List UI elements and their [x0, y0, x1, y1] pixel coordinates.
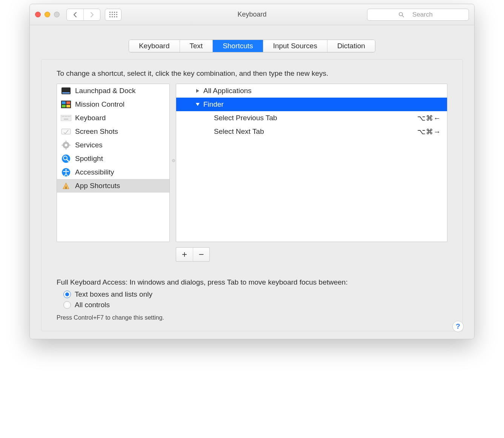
svg-rect-20 [66, 141, 66, 142]
svg-rect-12 [65, 116, 66, 117]
sidebar-item-label: Services [75, 141, 103, 149]
tree-item-select-previous-tab[interactable]: Select Previous Tab ⌥⌘← [176, 111, 447, 125]
svg-rect-3 [62, 92, 70, 93]
shortcuts-tree[interactable]: All Applications Finder Select Previous … [176, 84, 447, 242]
tab-keyboard[interactable]: Keyboard [129, 40, 179, 52]
svg-rect-16 [64, 119, 68, 119]
svg-rect-10 [62, 116, 63, 117]
zoom-window-button[interactable] [54, 12, 60, 17]
tree-label: Select Previous Tab [214, 114, 277, 122]
keyboard-icon [61, 113, 71, 123]
sidebar-item-spotlight[interactable]: Spotlight [57, 152, 169, 165]
sidebar-item-mission-control[interactable]: Mission Control [57, 98, 169, 111]
tab-label: Dictation [337, 42, 365, 50]
search-input[interactable] [407, 11, 438, 18]
radio-button[interactable] [63, 301, 71, 309]
svg-rect-11 [63, 116, 64, 117]
shortcut-key[interactable]: ⌥⌘← [417, 114, 441, 123]
sidebar-item-accessibility[interactable]: Accessibility [57, 165, 169, 179]
resize-handle[interactable] [172, 159, 175, 162]
tab-label: Keyboard [139, 42, 169, 50]
svg-rect-17 [61, 129, 71, 134]
category-sidebar[interactable]: Launchpad & Dock Mission Control Keyboar… [57, 84, 170, 242]
sidebar-item-label: Launchpad & Dock [75, 87, 136, 95]
spotlight-icon [61, 154, 71, 163]
shortcuts-panel: To change a shortcut, select it, click t… [41, 59, 463, 331]
svg-rect-23 [69, 145, 71, 145]
svg-line-1 [402, 15, 404, 17]
tab-label: Input Sources [273, 42, 317, 50]
svg-point-28 [65, 169, 67, 171]
sidebar-item-label: Screen Shots [75, 127, 118, 136]
sidebar-item-label: App Shortcuts [75, 182, 120, 190]
sidebar-item-screen-shots[interactable]: Screen Shots [57, 125, 169, 138]
radio-button[interactable] [63, 291, 71, 298]
content-area: Keyboard Text Shortcuts Input Sources Di… [30, 25, 474, 339]
radio-label: All controls [75, 301, 110, 309]
chevron-left-icon [73, 12, 77, 18]
svg-point-19 [65, 144, 68, 147]
sidebar-item-launchpad-dock[interactable]: Launchpad & Dock [57, 84, 169, 98]
mission-control-icon [61, 100, 71, 109]
gear-icon [61, 141, 71, 150]
close-window-button[interactable] [35, 12, 41, 17]
fka-title: Full Keyboard Access: In windows and dia… [57, 278, 447, 286]
app-shortcuts-icon [61, 181, 71, 190]
show-all-button[interactable] [105, 9, 121, 21]
sidebar-item-label: Accessibility [75, 168, 114, 176]
tab-input-sources[interactable]: Input Sources [263, 40, 327, 52]
full-keyboard-access-section: Full Keyboard Access: In windows and dia… [57, 278, 447, 321]
tab-label: Text [190, 42, 203, 50]
svg-rect-29 [66, 187, 66, 189]
disclosure-triangle-icon[interactable] [195, 102, 200, 107]
tree-item-finder[interactable]: Finder [176, 98, 447, 111]
svg-rect-14 [68, 116, 69, 117]
preferences-window: Keyboard Keyboard Text Shortcuts Input S… [29, 4, 475, 339]
tab-dictation[interactable]: Dictation [327, 40, 375, 52]
back-button[interactable] [67, 9, 83, 20]
help-button[interactable]: ? [452, 321, 464, 332]
tab-shortcuts[interactable]: Shortcuts [212, 40, 263, 52]
svg-rect-5 [62, 101, 66, 104]
radio-text-boxes-only[interactable]: Text boxes and lists only [63, 290, 447, 299]
nav-buttons [66, 9, 100, 21]
tree-label: All Applications [203, 87, 252, 95]
accessibility-icon [61, 168, 71, 177]
help-icon: ? [456, 322, 460, 331]
tab-label: Shortcuts [223, 42, 253, 50]
sidebar-item-keyboard[interactable]: Keyboard [57, 111, 169, 125]
shortcut-key[interactable]: ⌥⌘→ [417, 127, 441, 136]
svg-rect-6 [66, 101, 70, 104]
minus-icon: − [198, 249, 204, 260]
titlebar: Keyboard [30, 4, 474, 25]
radio-label: Text boxes and lists only [75, 290, 152, 299]
tree-label: Finder [203, 100, 224, 109]
window-controls [35, 12, 60, 17]
fka-hint: Press Control+F7 to change this setting. [57, 314, 447, 321]
radio-all-controls[interactable]: All controls [63, 301, 447, 309]
search-icon [398, 12, 404, 18]
tree-label: Select Next Tab [214, 127, 264, 136]
tab-text[interactable]: Text [180, 40, 213, 52]
sidebar-item-services[interactable]: Services [57, 138, 169, 152]
disclosure-triangle-icon[interactable] [195, 88, 200, 93]
add-button[interactable]: + [176, 248, 193, 261]
svg-rect-9 [61, 115, 71, 121]
forward-button[interactable] [83, 9, 100, 20]
tree-item-all-applications[interactable]: All Applications [176, 84, 447, 98]
plus-icon: + [182, 249, 187, 260]
launchpad-icon [61, 86, 71, 95]
sidebar-item-label: Keyboard [75, 114, 106, 122]
svg-rect-8 [66, 105, 70, 107]
minimize-window-button[interactable] [45, 12, 50, 17]
add-remove-buttons: + − [176, 247, 210, 262]
svg-rect-22 [61, 145, 63, 145]
remove-button[interactable]: − [193, 248, 209, 261]
svg-rect-7 [62, 105, 66, 107]
chevron-right-icon [90, 12, 94, 18]
sidebar-item-app-shortcuts[interactable]: App Shortcuts [57, 179, 169, 193]
svg-rect-21 [66, 148, 66, 150]
search-field[interactable] [367, 9, 469, 21]
svg-rect-13 [66, 116, 67, 117]
tree-item-select-next-tab[interactable]: Select Next Tab ⌥⌘→ [176, 125, 447, 138]
